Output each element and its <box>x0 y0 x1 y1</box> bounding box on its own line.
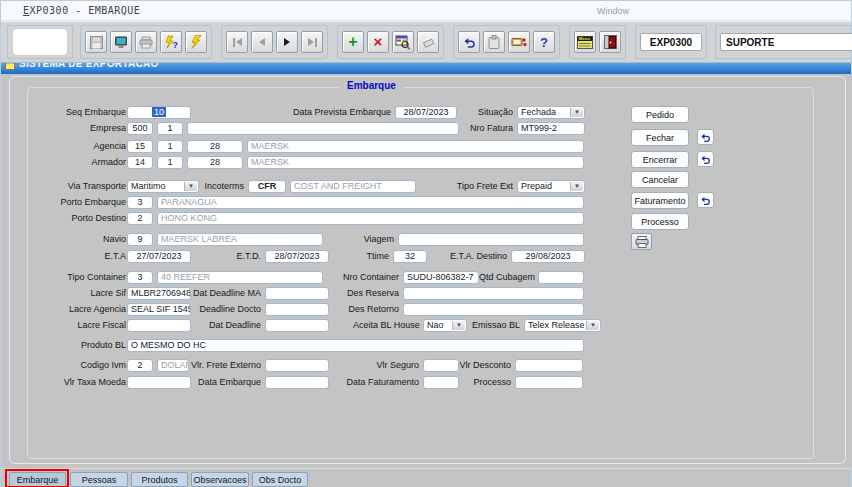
seq-embarque-input[interactable]: 10 <box>127 106 191 119</box>
navio-label: Navio <box>31 233 126 246</box>
execute-button[interactable] <box>185 31 207 53</box>
des-reserva-input[interactable] <box>403 287 584 300</box>
undo-icon <box>700 154 711 165</box>
dat-deadline-input[interactable] <box>265 319 329 332</box>
data-prevista-label: Data Prevista Embarque <box>289 106 391 119</box>
exit-button[interactable] <box>599 31 621 53</box>
form-area: Embarque Seq Embarque 10 Data Prevista E… <box>1 74 852 468</box>
via-transporte-select[interactable]: Maritimo <box>127 180 199 193</box>
qtd-cubagem-input[interactable] <box>538 271 584 284</box>
eta-input[interactable]: 27/07/2023 <box>127 250 191 263</box>
dropdown-arrow-icon[interactable] <box>184 182 197 191</box>
produto-bl-input[interactable]: O MESMO DO HC <box>127 339 584 352</box>
browse-icon <box>395 35 411 50</box>
tab-produtos[interactable]: Produtos <box>131 472 188 487</box>
nro-container-input[interactable]: SUDU-806382-7 <box>403 271 479 284</box>
viagem-input[interactable] <box>398 233 584 246</box>
aceita-bl-house-select[interactable]: Nao <box>423 319 467 332</box>
lacre-agencia-input[interactable]: SEAL SIF 154521/SIF <box>127 303 191 316</box>
empresa-code1-input[interactable]: 500 <box>127 122 153 135</box>
help-config-button[interactable]: ? <box>160 31 182 53</box>
print-embarque-button[interactable] <box>631 233 652 250</box>
tab-embarque[interactable]: Embarque <box>9 472 66 487</box>
undo-faturamento-button[interactable] <box>697 192 714 208</box>
vlr-frete-externo-input[interactable] <box>265 359 329 372</box>
tipo-frete-ext-label: Tipo Frete Ext <box>451 180 513 193</box>
ttime-input[interactable]: 32 <box>393 250 427 263</box>
data-embarque-input[interactable] <box>265 376 329 389</box>
undo-button[interactable] <box>458 31 480 53</box>
processo-button[interactable]: Processo <box>631 213 689 230</box>
des-retorno-input[interactable] <box>403 303 584 316</box>
etd-input[interactable]: 28/07/2023 <box>265 250 329 263</box>
vlr-desconto-input[interactable] <box>515 359 583 372</box>
emissao-bl-label: Emissao BL <box>470 319 520 332</box>
tipo-frete-ext-select[interactable]: Prepaid <box>517 180 585 193</box>
vlr-taxa-moeda-input[interactable] <box>127 376 191 389</box>
cancelar-button[interactable]: Cancelar <box>631 171 689 188</box>
porto-destino-code-input[interactable]: 2 <box>127 212 153 225</box>
dat-deadline-ma-input[interactable] <box>265 287 329 300</box>
data-prevista-input[interactable]: 28/07/2023 <box>395 106 457 119</box>
armador-code2-input[interactable]: 1 <box>157 156 183 169</box>
nav-next-button[interactable] <box>276 31 298 53</box>
armador-code3-input[interactable]: 28 <box>187 156 243 169</box>
add-record-button[interactable] <box>342 31 364 53</box>
agencia-code1-input[interactable]: 15 <box>127 140 153 153</box>
dropdown-arrow-icon[interactable] <box>570 182 583 191</box>
encerrar-button[interactable]: Encerrar <box>631 151 689 168</box>
nro-fatura-input[interactable]: MT999-2 <box>517 122 585 135</box>
codigo-ivm-code-input[interactable]: 2 <box>127 359 153 372</box>
situacao-value: Fechada <box>521 107 556 117</box>
window-actions-group: Menu <box>569 25 626 59</box>
etd-label: E.T.D. <box>215 250 261 263</box>
faturamento-button[interactable]: Faturamento <box>631 192 689 209</box>
dropdown-arrow-icon[interactable] <box>452 321 465 330</box>
erase-button <box>417 31 439 53</box>
incoterms-label: Incoterms <box>202 180 244 193</box>
tab-pessoas[interactable]: Pessoas <box>70 472 128 487</box>
incoterms-desc-field: COST AND FREIGHT <box>290 180 416 193</box>
porto-embarque-label: Porto Embarque <box>31 196 126 209</box>
emissao-bl-select[interactable]: Telex Release <box>524 319 601 332</box>
armador-code1-input[interactable]: 14 <box>127 156 153 169</box>
menu-item-window[interactable]: Window <box>597 6 629 16</box>
lacre-sif-input[interactable]: MLBR2706948 <box>127 287 191 300</box>
dropdown-arrow-icon[interactable] <box>570 108 583 117</box>
tab-obs-docto[interactable]: Obs Docto <box>252 472 308 487</box>
print-config-button[interactable] <box>508 31 530 53</box>
tab-observacoes[interactable]: Observacoes <box>191 472 249 487</box>
processo-input[interactable] <box>515 376 583 389</box>
vlr-taxa-moeda-label: Vlr Taxa Moeda <box>31 376 126 389</box>
menu-button[interactable]: Menu <box>574 31 596 53</box>
screen-icon <box>114 36 128 49</box>
screen-button[interactable] <box>110 31 132 53</box>
nav-prev-icon <box>259 38 265 46</box>
dat-deadline-ma-label: Dat Deadline MA <box>193 287 261 300</box>
tipo-container-label: Tipo Container <box>31 271 126 284</box>
data-faturamento-label: Data Faturamento <box>343 376 419 389</box>
browse-button[interactable] <box>392 31 414 53</box>
codigo-ivm-label: Codigo Ivm <box>31 359 126 372</box>
incoterms-code-input[interactable]: CFR <box>248 180 286 193</box>
tipo-container-code-input[interactable]: 3 <box>127 271 153 284</box>
deadline-docto-input[interactable] <box>265 303 329 316</box>
help-button[interactable] <box>533 31 555 53</box>
situacao-select[interactable]: Fechada <box>517 106 585 119</box>
porto-embarque-code-input[interactable]: 3 <box>127 196 153 209</box>
agencia-code3-input[interactable]: 28 <box>187 140 243 153</box>
empresa-code2-input[interactable]: 1 <box>157 122 183 135</box>
dropdown-arrow-icon[interactable] <box>586 321 599 330</box>
empresa-desc-input[interactable] <box>187 122 459 135</box>
undo-fechar-button[interactable] <box>697 129 714 145</box>
delete-record-button[interactable] <box>367 31 389 53</box>
eta-destino-input[interactable]: 29/08/2023 <box>511 250 585 263</box>
undo-encerrar-button[interactable] <box>697 151 714 167</box>
print-icon <box>139 36 153 49</box>
pedido-button[interactable]: Pedido <box>631 106 689 123</box>
fechar-button[interactable]: Fechar <box>631 129 689 146</box>
agencia-code2-input[interactable]: 1 <box>157 140 183 153</box>
navio-code-input[interactable]: 9 <box>127 233 153 246</box>
lacre-fiscal-input[interactable] <box>127 319 191 332</box>
menu-icon: Menu <box>577 36 593 49</box>
